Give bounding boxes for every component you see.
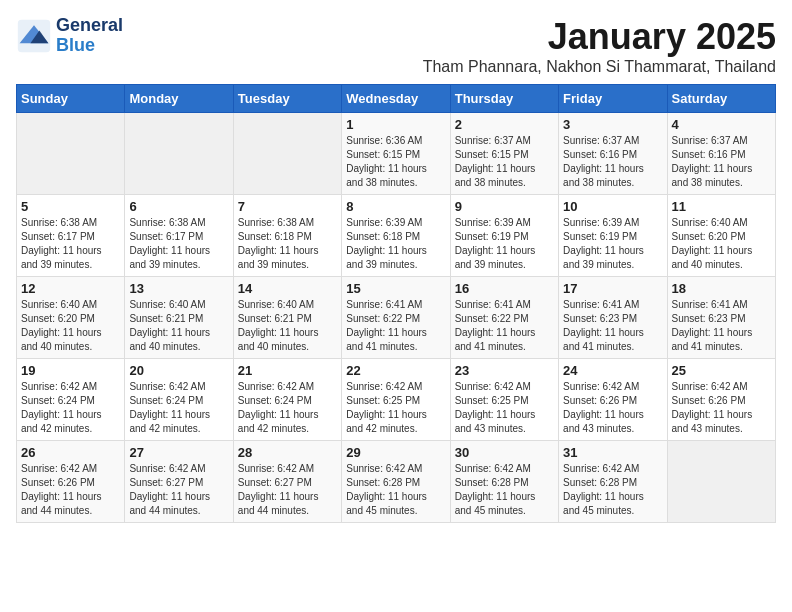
day-number: 15 [346,281,445,296]
day-number: 5 [21,199,120,214]
calendar-cell: 8Sunrise: 6:39 AM Sunset: 6:18 PM Daylig… [342,195,450,277]
day-number: 23 [455,363,554,378]
day-number: 9 [455,199,554,214]
header-sunday: Sunday [17,85,125,113]
day-info: Sunrise: 6:37 AM Sunset: 6:16 PM Dayligh… [563,134,662,190]
week-row-0: 1Sunrise: 6:36 AM Sunset: 6:15 PM Daylig… [17,113,776,195]
day-info: Sunrise: 6:40 AM Sunset: 6:21 PM Dayligh… [238,298,337,354]
logo: General Blue [16,16,123,56]
title-section: January 2025 Tham Phannara, Nakhon Si Th… [423,16,776,76]
calendar-cell [667,441,775,523]
calendar-cell: 9Sunrise: 6:39 AM Sunset: 6:19 PM Daylig… [450,195,558,277]
day-number: 21 [238,363,337,378]
day-info: Sunrise: 6:36 AM Sunset: 6:15 PM Dayligh… [346,134,445,190]
day-number: 7 [238,199,337,214]
day-number: 26 [21,445,120,460]
calendar-cell: 31Sunrise: 6:42 AM Sunset: 6:28 PM Dayli… [559,441,667,523]
day-info: Sunrise: 6:42 AM Sunset: 6:25 PM Dayligh… [346,380,445,436]
calendar-cell: 11Sunrise: 6:40 AM Sunset: 6:20 PM Dayli… [667,195,775,277]
calendar-cell: 15Sunrise: 6:41 AM Sunset: 6:22 PM Dayli… [342,277,450,359]
day-info: Sunrise: 6:42 AM Sunset: 6:26 PM Dayligh… [563,380,662,436]
calendar-cell: 5Sunrise: 6:38 AM Sunset: 6:17 PM Daylig… [17,195,125,277]
calendar-cell: 3Sunrise: 6:37 AM Sunset: 6:16 PM Daylig… [559,113,667,195]
calendar-cell: 7Sunrise: 6:38 AM Sunset: 6:18 PM Daylig… [233,195,341,277]
header-friday: Friday [559,85,667,113]
calendar-cell: 1Sunrise: 6:36 AM Sunset: 6:15 PM Daylig… [342,113,450,195]
day-number: 28 [238,445,337,460]
day-info: Sunrise: 6:42 AM Sunset: 6:26 PM Dayligh… [672,380,771,436]
day-info: Sunrise: 6:42 AM Sunset: 6:25 PM Dayligh… [455,380,554,436]
day-info: Sunrise: 6:42 AM Sunset: 6:27 PM Dayligh… [238,462,337,518]
week-row-1: 5Sunrise: 6:38 AM Sunset: 6:17 PM Daylig… [17,195,776,277]
calendar-cell [233,113,341,195]
day-number: 6 [129,199,228,214]
calendar-cell: 12Sunrise: 6:40 AM Sunset: 6:20 PM Dayli… [17,277,125,359]
calendar-cell: 2Sunrise: 6:37 AM Sunset: 6:15 PM Daylig… [450,113,558,195]
day-number: 1 [346,117,445,132]
day-info: Sunrise: 6:42 AM Sunset: 6:24 PM Dayligh… [129,380,228,436]
calendar-cell: 4Sunrise: 6:37 AM Sunset: 6:16 PM Daylig… [667,113,775,195]
location-title: Tham Phannara, Nakhon Si Thammarat, Thai… [423,58,776,76]
calendar-cell: 10Sunrise: 6:39 AM Sunset: 6:19 PM Dayli… [559,195,667,277]
day-number: 11 [672,199,771,214]
month-title: January 2025 [423,16,776,58]
week-row-4: 26Sunrise: 6:42 AM Sunset: 6:26 PM Dayli… [17,441,776,523]
calendar-cell: 18Sunrise: 6:41 AM Sunset: 6:23 PM Dayli… [667,277,775,359]
day-number: 22 [346,363,445,378]
day-number: 19 [21,363,120,378]
day-info: Sunrise: 6:38 AM Sunset: 6:17 PM Dayligh… [21,216,120,272]
calendar-cell: 28Sunrise: 6:42 AM Sunset: 6:27 PM Dayli… [233,441,341,523]
day-info: Sunrise: 6:37 AM Sunset: 6:16 PM Dayligh… [672,134,771,190]
day-info: Sunrise: 6:42 AM Sunset: 6:28 PM Dayligh… [346,462,445,518]
day-info: Sunrise: 6:42 AM Sunset: 6:24 PM Dayligh… [21,380,120,436]
day-info: Sunrise: 6:37 AM Sunset: 6:15 PM Dayligh… [455,134,554,190]
day-number: 10 [563,199,662,214]
logo-icon [16,18,52,54]
header-monday: Monday [125,85,233,113]
day-info: Sunrise: 6:41 AM Sunset: 6:23 PM Dayligh… [672,298,771,354]
day-number: 25 [672,363,771,378]
day-info: Sunrise: 6:42 AM Sunset: 6:26 PM Dayligh… [21,462,120,518]
calendar-cell: 27Sunrise: 6:42 AM Sunset: 6:27 PM Dayli… [125,441,233,523]
day-info: Sunrise: 6:40 AM Sunset: 6:21 PM Dayligh… [129,298,228,354]
day-info: Sunrise: 6:41 AM Sunset: 6:23 PM Dayligh… [563,298,662,354]
header-wednesday: Wednesday [342,85,450,113]
day-number: 14 [238,281,337,296]
day-number: 12 [21,281,120,296]
day-number: 27 [129,445,228,460]
calendar-cell: 26Sunrise: 6:42 AM Sunset: 6:26 PM Dayli… [17,441,125,523]
calendar-cell: 30Sunrise: 6:42 AM Sunset: 6:28 PM Dayli… [450,441,558,523]
calendar-cell: 14Sunrise: 6:40 AM Sunset: 6:21 PM Dayli… [233,277,341,359]
day-info: Sunrise: 6:39 AM Sunset: 6:19 PM Dayligh… [455,216,554,272]
day-info: Sunrise: 6:41 AM Sunset: 6:22 PM Dayligh… [346,298,445,354]
page-header: General Blue January 2025 Tham Phannara,… [16,16,776,76]
calendar-cell: 20Sunrise: 6:42 AM Sunset: 6:24 PM Dayli… [125,359,233,441]
day-number: 29 [346,445,445,460]
calendar-cell: 25Sunrise: 6:42 AM Sunset: 6:26 PM Dayli… [667,359,775,441]
day-info: Sunrise: 6:39 AM Sunset: 6:18 PM Dayligh… [346,216,445,272]
day-info: Sunrise: 6:40 AM Sunset: 6:20 PM Dayligh… [21,298,120,354]
day-info: Sunrise: 6:38 AM Sunset: 6:17 PM Dayligh… [129,216,228,272]
calendar-cell: 13Sunrise: 6:40 AM Sunset: 6:21 PM Dayli… [125,277,233,359]
day-number: 17 [563,281,662,296]
day-number: 31 [563,445,662,460]
day-info: Sunrise: 6:42 AM Sunset: 6:27 PM Dayligh… [129,462,228,518]
calendar-table: SundayMondayTuesdayWednesdayThursdayFrid… [16,84,776,523]
header-tuesday: Tuesday [233,85,341,113]
day-info: Sunrise: 6:42 AM Sunset: 6:24 PM Dayligh… [238,380,337,436]
day-number: 20 [129,363,228,378]
week-row-2: 12Sunrise: 6:40 AM Sunset: 6:20 PM Dayli… [17,277,776,359]
calendar-cell: 19Sunrise: 6:42 AM Sunset: 6:24 PM Dayli… [17,359,125,441]
day-info: Sunrise: 6:40 AM Sunset: 6:20 PM Dayligh… [672,216,771,272]
calendar-cell [125,113,233,195]
header-thursday: Thursday [450,85,558,113]
day-number: 24 [563,363,662,378]
day-number: 30 [455,445,554,460]
calendar-cell: 23Sunrise: 6:42 AM Sunset: 6:25 PM Dayli… [450,359,558,441]
day-number: 2 [455,117,554,132]
day-info: Sunrise: 6:39 AM Sunset: 6:19 PM Dayligh… [563,216,662,272]
day-info: Sunrise: 6:41 AM Sunset: 6:22 PM Dayligh… [455,298,554,354]
day-number: 3 [563,117,662,132]
calendar-cell [17,113,125,195]
calendar-cell: 21Sunrise: 6:42 AM Sunset: 6:24 PM Dayli… [233,359,341,441]
